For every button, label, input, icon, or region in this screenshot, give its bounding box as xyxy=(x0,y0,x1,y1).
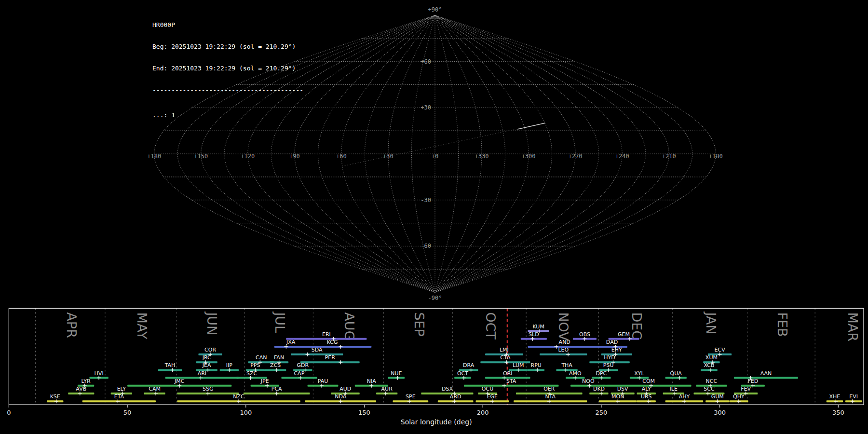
shower-label: CAN xyxy=(256,354,267,361)
shower-label: CAM xyxy=(149,386,161,392)
shower-peak-marker xyxy=(154,392,158,395)
x-tick-label: 50 xyxy=(123,409,132,416)
shower-peak-marker xyxy=(369,384,373,388)
shower-label: KUM xyxy=(532,324,544,330)
meridian-line xyxy=(435,15,692,292)
shower-peak-marker xyxy=(275,392,279,395)
shower-label: COM xyxy=(642,378,655,384)
shower-peak-marker xyxy=(320,384,324,388)
lat-label: -30 xyxy=(420,197,431,203)
lat-label: +60 xyxy=(420,58,431,65)
shower-label: LYR xyxy=(81,378,91,384)
shower-bar xyxy=(158,369,182,371)
shower-calendar: APRMAYJUNJULAUGSEPOCTNOVDECJANFEBMARKUME… xyxy=(0,304,868,434)
shower-label: RPU xyxy=(531,362,542,368)
shower-peak-marker xyxy=(206,368,210,372)
shower-bar xyxy=(665,377,687,379)
x-tick-label: 100 xyxy=(240,409,252,416)
shower-label: JRC xyxy=(202,354,211,361)
shower-peak-marker xyxy=(339,399,342,403)
shower-label: OBS xyxy=(579,331,590,338)
shower-peak-marker xyxy=(502,384,506,388)
shower-label: AHY xyxy=(679,393,690,400)
shower-label: GUM xyxy=(711,393,724,400)
shower-peak-marker xyxy=(490,399,494,403)
info-block: HR000P Beg: 20251023 19:22:29 (sol = 210… xyxy=(152,7,303,133)
lon-label: +30 xyxy=(383,153,393,160)
shower-label: FED xyxy=(748,378,759,384)
shower-peak-marker xyxy=(54,399,58,403)
shower-peak-marker xyxy=(678,376,681,380)
sky-map: +180+150+120+90+60+30+0+330+300+270+240+… xyxy=(0,0,868,304)
shower-bar xyxy=(637,400,656,402)
shower-label: MON xyxy=(611,393,624,400)
month-label: DEC xyxy=(629,312,644,339)
shower-label: XUM xyxy=(705,354,718,361)
shower-label: AUD xyxy=(339,386,351,392)
shower-peak-marker xyxy=(599,376,603,380)
shower-peak-marker xyxy=(116,399,120,403)
month-label: JAN xyxy=(704,311,719,334)
shower-peak-marker xyxy=(275,368,279,372)
shower-peak-marker xyxy=(607,368,610,372)
shower-peak-marker xyxy=(206,392,210,395)
shower-label: NTA xyxy=(545,393,556,400)
obs-begin-line: Beg: 20251023 19:22:29 (sol = 210.29°) xyxy=(152,43,303,50)
shower-label: SLD xyxy=(529,331,539,338)
shower-label: ELY xyxy=(117,386,126,392)
shower-label: AND xyxy=(559,339,570,345)
shower-label: LUM xyxy=(513,362,524,368)
shower-bar xyxy=(293,346,371,348)
shower-label: KCG xyxy=(327,339,338,345)
shower-peak-marker xyxy=(706,392,710,395)
shower-label: SPE xyxy=(406,393,416,400)
separator-line: ---------------------------------------- xyxy=(152,86,303,94)
shower-peak-marker xyxy=(469,368,473,372)
shower-peak-marker xyxy=(407,399,411,403)
x-tick-label: 250 xyxy=(595,409,607,416)
shower-label: XCB xyxy=(704,362,715,368)
shower-label: EHY xyxy=(611,347,622,353)
app-root: HR000P Beg: 20251023 19:22:29 (sol = 210… xyxy=(0,0,868,434)
shower-label: ERI xyxy=(322,331,331,338)
shower-label: ECV xyxy=(715,347,726,353)
month-label: JUN xyxy=(204,311,219,335)
month-label: JUL xyxy=(272,311,287,333)
shower-label: AVB xyxy=(76,386,86,392)
shower-label: PPS xyxy=(250,362,260,368)
shower-peak-marker xyxy=(237,399,241,403)
shower-label: OER xyxy=(543,386,555,392)
shower-label: LEO xyxy=(558,347,569,353)
lat-label: +30 xyxy=(420,104,431,111)
shower-peak-marker xyxy=(547,399,551,403)
shower-peak-marker xyxy=(535,368,539,372)
shower-label: NCC xyxy=(706,378,718,384)
lon-label: +240 xyxy=(615,153,629,160)
shower-peak-marker xyxy=(564,368,568,372)
shower-peak-marker xyxy=(395,376,399,380)
shower-peak-marker xyxy=(384,392,388,395)
shower-label: SZC xyxy=(246,370,258,377)
shower-label: AMO xyxy=(569,370,582,377)
shower-peak-marker xyxy=(566,353,570,356)
shower-peak-marker xyxy=(555,345,558,349)
shower-label: ORI xyxy=(503,370,513,377)
shower-peak-marker xyxy=(502,376,506,380)
shower-label: ILE xyxy=(670,386,678,392)
shower-label: DRA xyxy=(463,362,475,368)
shower-label: SDA xyxy=(312,347,323,353)
x-tick-label: 200 xyxy=(477,409,489,416)
lon-label: +60 xyxy=(336,153,347,160)
shower-label: EGE xyxy=(487,393,498,400)
x-tick-label: 150 xyxy=(358,409,370,416)
shower-label: IIP xyxy=(226,362,232,368)
shower-peak-marker xyxy=(637,376,641,380)
shower-label: KSE xyxy=(50,393,60,400)
shower-peak-marker xyxy=(737,399,741,403)
lat-label: -60 xyxy=(420,243,431,249)
shower-label: PSU xyxy=(603,362,614,368)
shower-label: SSG xyxy=(203,386,214,392)
shower-label: DPC xyxy=(596,370,607,377)
shower-label: DSX xyxy=(442,386,453,392)
shower-label: JPE xyxy=(260,378,269,384)
